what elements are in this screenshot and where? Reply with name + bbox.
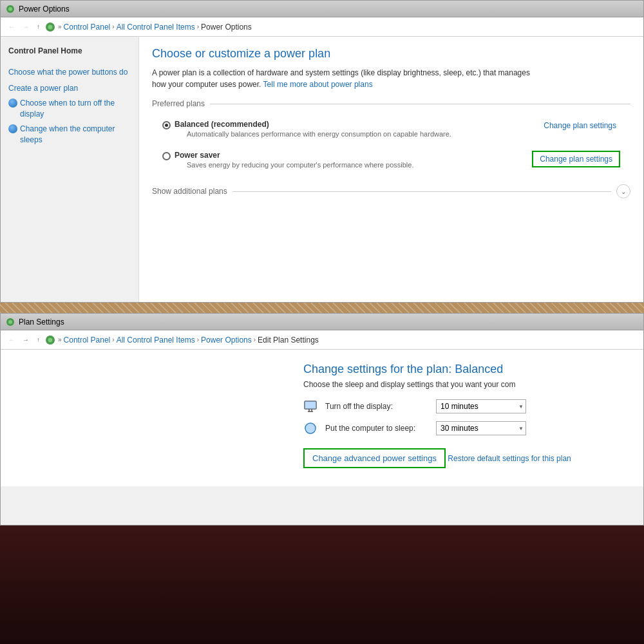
power-saver-plan-left: Power saver Saves energy by reducing you… (162, 151, 413, 169)
show-additional-chevron[interactable]: ⌄ (616, 184, 630, 198)
display-icon (8, 99, 17, 108)
balanced-plan: Balanced (recommended) Automatically bal… (152, 115, 630, 143)
back-button-2[interactable]: ← (6, 335, 17, 345)
title-bar-2: Plan Settings (1, 314, 643, 330)
sleep-select[interactable]: 30 minutes 15 minutes 45 minutes 1 hour … (436, 421, 526, 435)
window2-title: Plan Settings (19, 317, 64, 327)
power-options-window: Power Options ← → ↑ » Control Panel › Al… (0, 0, 644, 303)
balanced-plan-row: Balanced (recommended) Automatically bal… (162, 120, 620, 138)
show-additional-label: Show additional plans (152, 187, 227, 196)
svg-point-14 (305, 423, 316, 433)
settings-desc: Choose the sleep and display settings th… (303, 380, 630, 389)
windows-divider (0, 303, 644, 313)
display-select[interactable]: 10 minutes 5 minutes 15 minutes 20 minut… (436, 399, 526, 413)
display-setting-label: Turn off the display: (325, 402, 428, 411)
breadcrumb-control-panel[interactable]: Control Panel (64, 23, 111, 32)
breadcrumb2-power-options[interactable]: Power Options (201, 336, 252, 345)
power-saver-radio[interactable] (162, 152, 171, 160)
balanced-radio[interactable] (162, 121, 171, 129)
monitor-svg-icon (303, 399, 317, 413)
balanced-change-btn[interactable]: Change plan settings (540, 120, 620, 131)
control-panel-icon (45, 22, 55, 32)
sleep-svg-icon (303, 421, 317, 435)
svg-point-3 (48, 24, 53, 29)
window1-title: Power Options (19, 5, 70, 14)
balanced-plan-name: Balanced (recommended) (175, 120, 451, 129)
plan-settings-content: Change settings for the plan: Balanced C… (1, 350, 643, 486)
main-content-1: Choose or customize a power plan A power… (139, 37, 643, 302)
power-options-icon (6, 5, 15, 14)
up-button[interactable]: ↑ (34, 22, 43, 32)
sidebar-sleep[interactable]: Change when the computer sleeps (1, 122, 138, 147)
sleep-icon-wrapper (303, 421, 317, 435)
sidebar: Control Panel Home Choose what the power… (1, 37, 139, 302)
plan-settings-window: Plan Settings ← → ↑ » Control Panel › Al… (0, 313, 644, 526)
title-bar-1: Power Options (1, 1, 643, 17)
control-panel-icon-2 (45, 335, 55, 345)
svg-point-7 (48, 337, 53, 342)
sleep-setting-label: Put the computer to sleep: (325, 424, 428, 433)
breadcrumb2-control-panel[interactable]: Control Panel (64, 336, 111, 345)
plan-settings-icon (6, 317, 15, 327)
power-saver-plan-name: Power saver (175, 151, 413, 160)
breadcrumb-all-items[interactable]: All Control Panel Items (117, 23, 195, 32)
sidebar-turn-off-display[interactable]: Choose when to turn off the display (1, 96, 138, 122)
show-additional-row: Show additional plans ⌄ (152, 184, 630, 198)
svg-point-1 (8, 7, 12, 11)
settings-title: Change settings for the plan: Balanced (303, 363, 630, 376)
sleep-setting-row: Put the computer to sleep: 30 minutes 15… (303, 421, 630, 435)
forward-button-2[interactable]: → (20, 335, 32, 345)
preferred-plans-label: Preferred plans (152, 99, 630, 108)
svg-rect-9 (305, 401, 316, 409)
address-bar-1: ← → ↑ » Control Panel › All Control Pane… (1, 17, 643, 37)
power-saver-plan-desc: Saves energy by reducing your computer's… (187, 161, 413, 169)
learn-more-link[interactable]: Tell me more about power plans (263, 80, 373, 89)
svg-point-5 (8, 320, 12, 324)
desktop-background (0, 526, 644, 644)
sidebar-create-plan[interactable]: Create a power plan (1, 80, 138, 97)
display-setting-row: Turn off the display: 10 minutes 5 minut… (303, 399, 630, 413)
sidebar-power-buttons[interactable]: Choose what the power buttons do (1, 64, 138, 80)
power-saver-plan: Power saver Saves energy by reducing you… (152, 146, 630, 174)
power-saver-plan-row: Power saver Saves energy by reducing you… (162, 151, 620, 169)
breadcrumb-2: » Control Panel › All Control Panel Item… (58, 336, 319, 345)
forward-button[interactable]: → (20, 22, 32, 32)
breadcrumb2-current: Edit Plan Settings (258, 336, 319, 345)
plan-settings-right: Change settings for the plan: Balanced C… (14, 363, 630, 473)
address-bar-2: ← → ↑ » Control Panel › All Control Pane… (1, 330, 643, 350)
sidebar-home: Control Panel Home (1, 43, 138, 59)
sleep-select-wrapper: 30 minutes 15 minutes 45 minutes 1 hour … (436, 421, 526, 435)
advanced-power-settings-button[interactable]: Change advanced power settings (303, 448, 446, 468)
page-description: A power plan is a collection of hardware… (152, 67, 538, 90)
restore-defaults-link[interactable]: Restore default settings for this plan (448, 454, 571, 463)
breadcrumb2-all-items[interactable]: All Control Panel Items (117, 336, 195, 345)
power-saver-change-btn[interactable]: Change plan settings (532, 151, 620, 167)
page-title-1: Choose or customize a power plan (152, 47, 630, 61)
breadcrumb-1: » Control Panel › All Control Panel Item… (58, 23, 252, 32)
window1-content: Control Panel Home Choose what the power… (1, 37, 643, 302)
breadcrumb-current-1: Power Options (201, 23, 252, 32)
balanced-plan-left: Balanced (recommended) Automatically bal… (162, 120, 451, 138)
display-select-wrapper: 10 minutes 5 minutes 15 minutes 20 minut… (436, 399, 526, 413)
back-button[interactable]: ← (6, 22, 17, 32)
sleep-nav-icon (8, 124, 17, 133)
up-button-2[interactable]: ↑ (34, 335, 43, 345)
monitor-icon-wrapper (303, 399, 317, 413)
balanced-plan-desc: Automatically balances performance with … (187, 130, 451, 138)
